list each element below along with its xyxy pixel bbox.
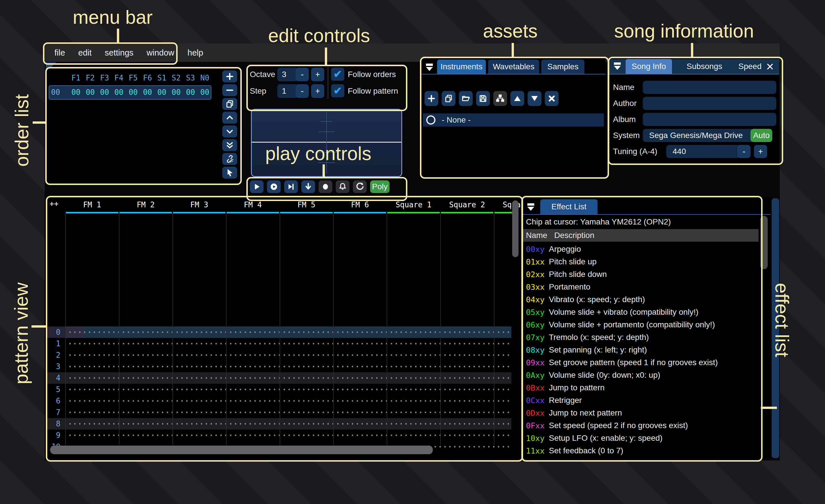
pattern-row-cells[interactable] — [65, 338, 512, 349]
effect-row[interactable]: 0CxxRetrigger — [526, 394, 582, 407]
tuning-minus-button[interactable]: - — [737, 145, 751, 158]
tab-song-info[interactable]: Song Info — [626, 59, 672, 74]
pattern-row-cells[interactable] — [65, 384, 512, 395]
pattern-row-cells[interactable] — [65, 349, 512, 361]
order-duplicate-button[interactable] — [222, 98, 237, 110]
order-broken-link-button[interactable] — [222, 153, 237, 165]
tab-speed[interactable]: Speed — [733, 59, 767, 74]
channel-header-fm-3[interactable]: FM 3 — [172, 200, 226, 209]
pattern-row-cells[interactable] — [65, 407, 512, 418]
effect-row[interactable]: 07xyTremolo (x: speed; y: depth) — [526, 331, 649, 344]
metronome-button[interactable] — [336, 180, 350, 193]
asset-toggle-folders-button[interactable] — [493, 91, 507, 106]
repeat-pattern-button[interactable] — [353, 180, 367, 193]
order-cell[interactable]: 00 — [140, 86, 155, 98]
effect-list-collapse-button[interactable] — [525, 201, 537, 213]
order-chevron-down-button[interactable] — [222, 125, 237, 138]
order-chevron-up-button[interactable] — [222, 112, 237, 124]
order-cell[interactable]: 00 — [198, 86, 212, 98]
system-combo[interactable]: Sega Genesis/Mega Drive — [643, 129, 754, 142]
channel-header-fm-2[interactable]: FM 2 — [119, 200, 172, 209]
order-cursor-button[interactable] — [222, 167, 237, 179]
effect-row[interactable]: 03xxPortamento — [526, 281, 590, 293]
order-cell[interactable]: 00 — [69, 86, 83, 98]
asset-list-item[interactable]: - None - — [423, 113, 604, 127]
order-plus-button[interactable] — [222, 70, 237, 82]
pattern-row-cells[interactable] — [65, 326, 512, 338]
octave-minus-button[interactable]: - — [296, 68, 309, 81]
tab-instruments[interactable]: Instruments — [437, 60, 486, 74]
menu-item-help[interactable]: help — [188, 48, 203, 58]
record-button[interactable] — [318, 180, 332, 193]
pattern-row-cells[interactable] — [65, 361, 512, 372]
menu-item-settings[interactable]: settings — [105, 48, 134, 58]
effect-vertical-scrollbar[interactable] — [760, 216, 768, 269]
octave-plus-button[interactable]: + — [311, 68, 324, 81]
follow-orders-checkbox[interactable]: ✔ — [331, 68, 344, 81]
play-pattern-button[interactable] — [267, 180, 281, 193]
asset-move-up-button[interactable] — [511, 91, 524, 106]
effect-row[interactable]: 0BxxJump to pattern — [526, 382, 605, 394]
channel-header-square-2[interactable]: Square 2 — [440, 200, 494, 209]
song-info-collapse-button[interactable] — [611, 60, 623, 72]
step-input[interactable]: 1 — [277, 84, 298, 98]
tab-subsongs[interactable]: Subsongs — [683, 59, 726, 74]
author-input[interactable] — [643, 97, 776, 110]
play-from-cursor-button[interactable] — [284, 180, 298, 193]
tuning-plus-button[interactable]: + — [754, 145, 767, 158]
step-row-button[interactable] — [301, 180, 315, 193]
menu-item-window[interactable]: window — [147, 48, 174, 58]
song-info-close-icon[interactable]: × — [764, 60, 776, 73]
order-cell[interactable]: 00 — [83, 86, 97, 98]
effect-row[interactable]: 11xxSet feedback (0 to 7) — [526, 444, 623, 457]
pattern-vertical-scrollbar[interactable] — [512, 200, 519, 257]
follow-pattern-checkbox[interactable]: ✔ — [331, 84, 344, 97]
octave-input[interactable]: 3 — [277, 68, 298, 81]
play-button[interactable] — [250, 180, 264, 193]
system-auto-button[interactable]: Auto — [751, 129, 772, 142]
effect-row[interactable]: 06xyVolume slide + portamento (compatibi… — [526, 319, 715, 331]
asset-delete-button[interactable] — [545, 91, 558, 106]
effect-row[interactable]: 0DxxJump to next pattern — [526, 407, 622, 419]
effect-row[interactable]: 02xxPitch slide down — [526, 268, 607, 281]
poly-button[interactable]: Poly — [370, 180, 390, 193]
tuning-input[interactable]: 440 — [666, 145, 740, 158]
effect-row[interactable]: 01xxPitch slide up — [526, 255, 597, 268]
asset-open-button[interactable] — [459, 91, 473, 106]
effect-row[interactable]: 10xySetup LFO (x: enable; y: speed) — [526, 432, 663, 444]
pattern-row-cells[interactable] — [65, 430, 512, 441]
effect-row[interactable]: 04xyVibrato (x: speed; y: depth) — [526, 293, 645, 306]
order-cell[interactable]: 00 — [155, 86, 169, 98]
channel-header-fm-4[interactable]: FM 4 — [226, 200, 280, 209]
effect-row[interactable]: 05xyVolume slide + vibrato (compatibilit… — [526, 306, 698, 319]
channel-header-fm-6[interactable]: FM 6 — [333, 200, 387, 209]
menu-item-file[interactable]: file — [55, 48, 65, 58]
order-minus-button[interactable] — [222, 84, 237, 96]
album-input[interactable] — [643, 113, 776, 126]
tab-effect-list[interactable]: Effect List — [540, 199, 598, 214]
pattern-corner-button[interactable]: ++ — [50, 199, 59, 208]
effect-row[interactable]: 08xySet panning (x: left; y: right) — [526, 344, 647, 356]
step-plus-button[interactable]: + — [311, 84, 324, 98]
order-cell[interactable]: 00 — [169, 86, 183, 98]
pattern-row-cells[interactable] — [65, 418, 512, 430]
name-input[interactable] — [643, 81, 776, 94]
assets-collapse-button[interactable] — [424, 61, 435, 73]
effect-row[interactable]: 00xyArpeggio — [526, 243, 581, 255]
pattern-row-cells[interactable] — [65, 395, 512, 407]
order-cell[interactable]: 00 — [112, 86, 126, 98]
channel-header-square-1[interactable]: Square 1 — [387, 200, 440, 209]
order-cell[interactable]: 00 — [183, 86, 198, 98]
asset-duplicate-button[interactable] — [442, 91, 455, 106]
effect-row[interactable]: 0FxxSet speed (speed 2 if no grooves exi… — [526, 419, 688, 432]
effect-row[interactable]: 09xxSet groove pattern (speed 1 if no gr… — [526, 356, 718, 369]
order-cell[interactable]: 00 — [126, 86, 140, 98]
asset-move-down-button[interactable] — [528, 91, 541, 106]
tab-wavetables[interactable]: Wavetables — [488, 60, 539, 74]
pattern-row-cells[interactable] — [65, 372, 512, 384]
asset-add-button[interactable] — [425, 91, 438, 106]
channel-header-fm-1[interactable]: FM 1 — [65, 200, 119, 209]
channel-header-fm-5[interactable]: FM 5 — [280, 200, 333, 209]
order-cell[interactable]: 00 — [97, 86, 112, 98]
asset-save-button[interactable] — [476, 91, 490, 106]
